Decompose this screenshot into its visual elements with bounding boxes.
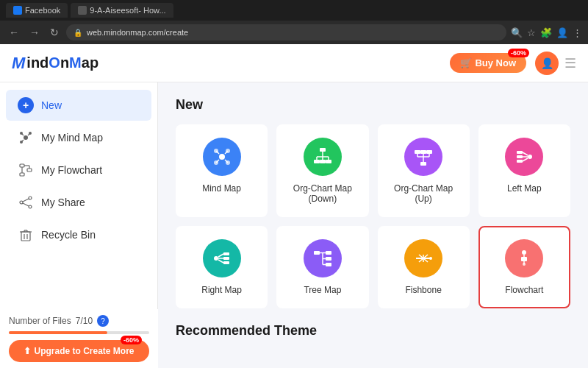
sidebar-new-label: New xyxy=(41,99,62,111)
svg-rect-44 xyxy=(415,150,420,154)
svg-line-65 xyxy=(218,260,223,263)
svg-rect-43 xyxy=(420,162,426,166)
back-button[interactable]: ← xyxy=(6,25,22,40)
tab-facebook-label: Facebook xyxy=(25,6,60,15)
map-card-org-chart-down[interactable]: Org-Chart Map(Down) xyxy=(276,124,368,217)
svg-line-16 xyxy=(23,199,29,202)
svg-rect-84 xyxy=(521,257,527,261)
map-card-flowchart[interactable]: Flowchart xyxy=(478,226,570,308)
map-card-tree-map[interactable]: Tree Map xyxy=(276,226,368,308)
mind-map-icon-circle xyxy=(203,138,241,176)
svg-line-17 xyxy=(23,203,29,206)
recommended-section-title: Recommended Theme xyxy=(176,323,570,339)
tab-aiseesoft[interactable]: 9-A-Aiseesoft- How... xyxy=(71,3,173,18)
map-card-org-chart-up[interactable]: Org-Chart Map (Up) xyxy=(378,124,470,217)
buy-now-discount: -60% xyxy=(508,49,529,57)
map-card-left-map[interactable]: Left Map xyxy=(478,124,570,217)
svg-line-56 xyxy=(523,152,528,155)
trash-icon xyxy=(18,227,34,243)
app-header: M indOnMap 🛒 Buy Now -60% 👤 ☰ xyxy=(0,44,588,82)
bookmark-icon[interactable]: ☆ xyxy=(527,27,536,38)
logo: M indOnMap xyxy=(12,54,98,73)
url-bar[interactable]: 🔒 web.mindonmap.com/create xyxy=(66,24,506,40)
flowchart-icon xyxy=(18,162,34,178)
svg-point-0 xyxy=(24,135,28,140)
sidebar-item-my-share[interactable]: My Share xyxy=(6,187,151,218)
sidebar-my-share-label: My Share xyxy=(41,197,85,208)
svg-rect-37 xyxy=(326,160,331,163)
svg-rect-46 xyxy=(426,150,432,154)
svg-rect-53 xyxy=(517,151,523,154)
svg-point-14 xyxy=(20,201,23,204)
sidebar-item-new[interactable]: + New xyxy=(6,90,151,121)
svg-line-63 xyxy=(218,254,223,257)
sidebar: + New My Mind Map My Flowchart My Share xyxy=(0,82,158,368)
svg-rect-45 xyxy=(420,150,426,154)
svg-rect-9 xyxy=(20,173,24,176)
svg-rect-67 xyxy=(326,251,331,255)
help-icon[interactable]: ? xyxy=(97,315,109,327)
app-container: + New My Mind Map My Flowchart My Share xyxy=(0,44,588,368)
flowchart-icon-circle xyxy=(505,239,543,277)
menu-icon[interactable]: ⋮ xyxy=(573,27,582,38)
org-chart-down-icon-circle xyxy=(304,138,342,176)
map-card-right-map[interactable]: Right Map xyxy=(176,226,268,308)
progress-fill xyxy=(9,331,107,334)
upgrade-discount: -60% xyxy=(121,336,142,344)
sidebar-toggle[interactable]: ☰ xyxy=(564,55,576,71)
sidebar-my-mind-map-label: My Mind Map xyxy=(41,132,103,144)
tab-facebook[interactable]: Facebook xyxy=(6,3,68,18)
svg-rect-61 xyxy=(223,257,229,260)
svg-point-83 xyxy=(522,250,526,255)
logo-m: M xyxy=(12,54,25,73)
svg-rect-8 xyxy=(27,169,32,171)
map-card-mind-map[interactable]: Mind Map xyxy=(176,124,268,217)
browser-chrome: Facebook 9-A-Aiseesoft- How... ← → ↻ 🔒 w… xyxy=(0,0,588,44)
extension-icon[interactable]: 🧩 xyxy=(540,27,552,38)
sidebar-my-flowchart-label: My Flowchart xyxy=(41,164,102,176)
fishbone-label: Fishbone xyxy=(405,285,441,295)
files-count: Number of Files 7/10 ? xyxy=(9,315,149,327)
org-chart-down-label: Org-Chart Map(Down) xyxy=(293,183,352,204)
refresh-button[interactable]: ↻ xyxy=(47,25,62,40)
profile-icon[interactable]: 👤 xyxy=(556,27,568,38)
new-section-title: New xyxy=(176,97,570,113)
upgrade-label: Upgrade to Create More xyxy=(34,346,134,356)
lock-icon: 🔒 xyxy=(74,29,82,37)
upgrade-arrow-icon: ⬆ xyxy=(24,346,31,356)
search-icon[interactable]: 🔍 xyxy=(511,27,523,38)
buy-now-button[interactable]: 🛒 Buy Now -60% xyxy=(450,53,526,73)
browser-tabs: Facebook 9-A-Aiseesoft- How... xyxy=(0,0,588,21)
svg-rect-62 xyxy=(223,261,229,264)
svg-rect-60 xyxy=(223,252,229,255)
map-grid: Mind Map Org-Chart Map(Down) Org-Chart M… xyxy=(176,124,570,308)
right-map-label: Right Map xyxy=(201,285,242,295)
sidebar-item-my-flowchart[interactable]: My Flowchart xyxy=(6,155,151,185)
svg-point-59 xyxy=(214,256,218,261)
user-avatar[interactable]: 👤 xyxy=(535,52,559,75)
svg-point-13 xyxy=(29,197,32,199)
logo-rest: indOnMap xyxy=(26,54,98,71)
share-icon xyxy=(18,194,34,210)
org-chart-up-label: Org-Chart Map (Up) xyxy=(388,183,459,204)
upgrade-button[interactable]: ⬆ Upgrade to Create More -60% xyxy=(9,340,149,362)
files-count-value: 7/10 xyxy=(76,316,93,326)
tab-aiseesoft-label: 9-A-Aiseesoft- How... xyxy=(90,6,165,15)
svg-rect-66 xyxy=(314,251,320,255)
sidebar-item-my-mind-map[interactable]: My Mind Map xyxy=(6,122,151,153)
left-map-label: Left Map xyxy=(507,183,542,194)
tree-map-icon-circle xyxy=(304,239,342,277)
mind-map-label: Mind Map xyxy=(202,183,241,194)
svg-rect-7 xyxy=(20,164,24,167)
org-chart-up-icon-circle xyxy=(404,138,442,176)
sidebar-item-recycle-bin[interactable]: Recycle Bin xyxy=(6,219,151,250)
tree-map-label: Tree Map xyxy=(304,285,341,295)
svg-rect-34 xyxy=(320,148,326,152)
svg-point-82 xyxy=(429,257,432,260)
main-content: New Mind Map Org-Chart Map(Down) xyxy=(158,82,588,368)
new-icon: + xyxy=(18,97,34,113)
files-count-label: Number of Files xyxy=(9,316,71,326)
map-card-fishbone[interactable]: Fishbone xyxy=(378,226,470,308)
forward-button[interactable]: → xyxy=(26,25,43,40)
svg-rect-35 xyxy=(314,160,320,163)
